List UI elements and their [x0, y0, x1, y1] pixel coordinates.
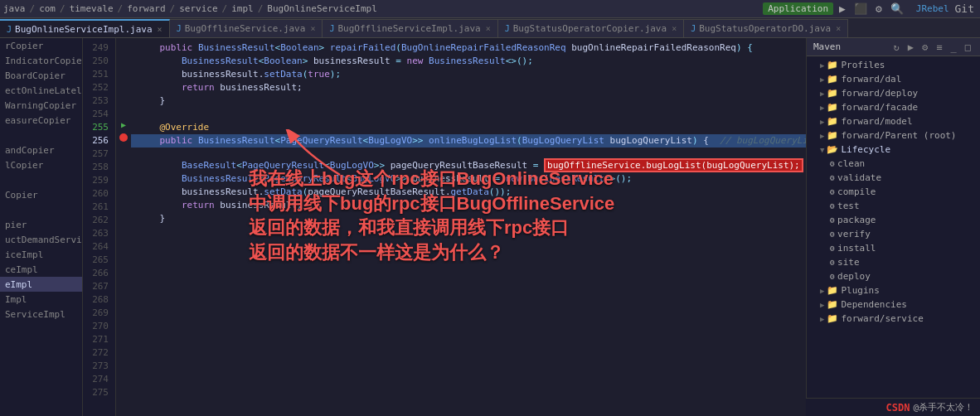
- folder-icon-dal: 📁: [827, 74, 838, 85]
- bottom-bar: CSDN @杀手不太冷！: [806, 398, 980, 416]
- tree-forward-dal[interactable]: ▶ 📁 forward/dal: [807, 72, 980, 86]
- top-bar: java / com / timevale / forward / servic…: [0, 0, 980, 18]
- folder-icon-service: 📁: [827, 313, 838, 324]
- left-sidebar: rCopier IndicatorCopier BoardCopier ectO…: [0, 38, 83, 416]
- tree-verify[interactable]: ⚙ verify: [807, 227, 980, 241]
- sidebar-item-12[interactable]: pier: [0, 217, 82, 232]
- breadcrumb-timevale[interactable]: timevale: [70, 3, 114, 14]
- maven-minimize-btn[interactable]: _: [948, 41, 959, 53]
- debug-button[interactable]: ⬛: [851, 2, 870, 15]
- code-line-269: [131, 331, 806, 345]
- breadcrumb-class[interactable]: BugOnlineServiceImpl: [267, 3, 376, 14]
- tree-forward-parent[interactable]: ▶ 📁 forward/Parent (root): [807, 128, 980, 143]
- chevron-right-icon-4: ▶: [820, 118, 824, 126]
- java-file-icon-4: J: [691, 24, 696, 33]
- tree-forward-model[interactable]: ▶ 📁 forward/model: [807, 114, 980, 128]
- tree-plugins[interactable]: ▶ 📁 Plugins: [807, 283, 980, 297]
- tree-package[interactable]: ⚙ package: [807, 213, 980, 227]
- editor-area[interactable]: 249 250 251 252 253 254 255 256 257 258 …: [83, 38, 806, 416]
- right-sidebar: Maven ↻ ▶ ⚙ ≡ _ □ ▶ 📁 Profiles ▶ 📁 forwa…: [806, 38, 980, 416]
- breakpoint[interactable]: [119, 133, 128, 142]
- code-line-257c: BusinessResult<PageQueryResult<BugLogVO>…: [131, 172, 806, 186]
- sidebar-item-1[interactable]: IndicatorCopier: [0, 53, 82, 68]
- tree-forward-facade[interactable]: ▶ 📁 forward/facade: [807, 100, 980, 114]
- maven-refresh-btn[interactable]: ↻: [891, 41, 902, 53]
- sidebar-item-3[interactable]: ectOnlineLatelyCopi: [0, 83, 82, 98]
- tab-bugofflineserviceimpl[interactable]: J BugOfflineServiceImpl.java ×: [323, 19, 497, 37]
- tab-close-3[interactable]: ×: [672, 24, 677, 33]
- git-icon[interactable]: Git: [953, 2, 977, 15]
- tab-bugofflineservice[interactable]: J BugOfflineService.java ×: [170, 19, 323, 37]
- folder-icon-parent: 📁: [827, 130, 838, 141]
- tree-install[interactable]: ⚙ install: [807, 241, 980, 255]
- tab-close-1[interactable]: ×: [310, 24, 315, 33]
- maven-run-btn[interactable]: ▶: [905, 41, 916, 53]
- code-line-251: businessResult.setData(true);: [131, 68, 806, 81]
- breadcrumb-forward[interactable]: forward: [127, 3, 165, 14]
- tree-site[interactable]: ⚙ site: [807, 255, 980, 269]
- code-line-250: BusinessResult<Boolean> businessResult =…: [131, 55, 806, 68]
- breadcrumb-impl[interactable]: impl: [231, 3, 254, 14]
- code-line-266: [131, 292, 806, 305]
- sidebar-item-15[interactable]: ceImpl: [0, 262, 82, 277]
- tree-validate[interactable]: ⚙ validate: [807, 171, 980, 185]
- lifecycle-package-icon: ⚙: [830, 215, 835, 225]
- code-line-253: }: [131, 94, 806, 108]
- breadcrumb-com[interactable]: com: [39, 3, 56, 14]
- tree-deploy[interactable]: ⚙ deploy: [807, 269, 980, 283]
- sidebar-item-11[interactable]: [0, 202, 82, 217]
- code-line-273: [131, 385, 806, 398]
- sidebar-item-7[interactable]: andCopier: [0, 143, 82, 157]
- lifecycle-deploy-icon: ⚙: [830, 272, 835, 281]
- maven-tree: ▶ 📁 Profiles ▶ 📁 forward/dal ▶ 📁 forward…: [807, 56, 980, 416]
- sidebar-item-5[interactable]: easureCopier: [0, 113, 82, 128]
- sidebar-item-10[interactable]: Copier: [0, 187, 82, 202]
- maven-more-btn[interactable]: ≡: [934, 41, 944, 53]
- folder-icon-profiles: 📁: [827, 60, 838, 70]
- tree-clean[interactable]: ⚙ clean: [807, 157, 980, 171]
- sidebar-item-13[interactable]: uctDemandService: [0, 232, 82, 247]
- code-line-265: [131, 278, 806, 292]
- tree-lifecycle[interactable]: ▼ 📂 Lifecycle: [807, 143, 980, 157]
- maven-maximize-btn[interactable]: □: [963, 41, 973, 53]
- tree-profiles[interactable]: ▶ 📁 Profiles: [807, 58, 980, 72]
- breadcrumb-service[interactable]: service: [179, 3, 217, 14]
- sidebar-item-9[interactable]: [0, 172, 82, 187]
- code-line-270: [131, 345, 806, 358]
- tab-close-4[interactable]: ×: [836, 24, 841, 33]
- tree-compile[interactable]: ⚙ compile: [807, 185, 980, 199]
- run-button[interactable]: ▶: [837, 2, 848, 15]
- maven-header: Maven ↻ ▶ ⚙ ≡ _ □: [807, 38, 980, 56]
- sidebar-item-4[interactable]: WarningCopier: [0, 98, 82, 113]
- tree-forward-service[interactable]: ▶ 📁 forward/service: [807, 312, 980, 326]
- maven-settings-btn[interactable]: ⚙: [919, 41, 930, 53]
- breadcrumb-java[interactable]: java: [3, 3, 26, 14]
- sidebar-item-2[interactable]: BoardCopier: [0, 68, 82, 83]
- sidebar-item-17[interactable]: Impl: [0, 292, 82, 307]
- override-arrow: ▶: [121, 120, 126, 129]
- lifecycle-compile-icon: ⚙: [830, 187, 835, 196]
- sidebar-item-8[interactable]: lCopier: [0, 157, 82, 172]
- tree-forward-deploy[interactable]: ▶ 📁 forward/deploy: [807, 86, 980, 100]
- sidebar-item-14[interactable]: iceImpl: [0, 247, 82, 262]
- settings-icon[interactable]: ⚙: [873, 2, 885, 15]
- tree-dependencies[interactable]: ▶ 📁 Dependencies: [807, 297, 980, 312]
- search-icon[interactable]: 🔍: [888, 2, 906, 15]
- tab-bugstatusoperatordo[interactable]: J BugStatusOperatorDO.java ×: [684, 19, 848, 37]
- sidebar-item-16[interactable]: eImpl: [0, 277, 82, 292]
- code-line-257: BaseResult<PageQueryResult<BugLogVO>> pa…: [131, 159, 806, 172]
- sidebar-item-18[interactable]: ServiceImpl: [0, 307, 82, 322]
- tab-bugstatusoperatorcopier[interactable]: J BugStatusOperatorCopier.java ×: [498, 19, 685, 37]
- code-lines[interactable]: public BusinessResult<Boolean> repairFai…: [131, 38, 806, 416]
- tab-bugonlineserviceimpl[interactable]: J BugOnlineServiceImpl.java ×: [0, 19, 170, 37]
- tree-test[interactable]: ⚙ test: [807, 199, 980, 213]
- lifecycle-verify-icon: ⚙: [830, 230, 835, 239]
- tab-close-2[interactable]: ×: [486, 24, 491, 33]
- java-file-icon-1: J: [177, 24, 182, 33]
- author-label: @杀手不太冷！: [913, 401, 973, 414]
- code-line-261: [131, 225, 806, 239]
- sidebar-item-0[interactable]: rCopier: [0, 38, 82, 53]
- tab-close-0[interactable]: ×: [158, 25, 163, 34]
- code-line-259: return businessResult;: [131, 199, 806, 212]
- sidebar-item-6[interactable]: [0, 128, 82, 143]
